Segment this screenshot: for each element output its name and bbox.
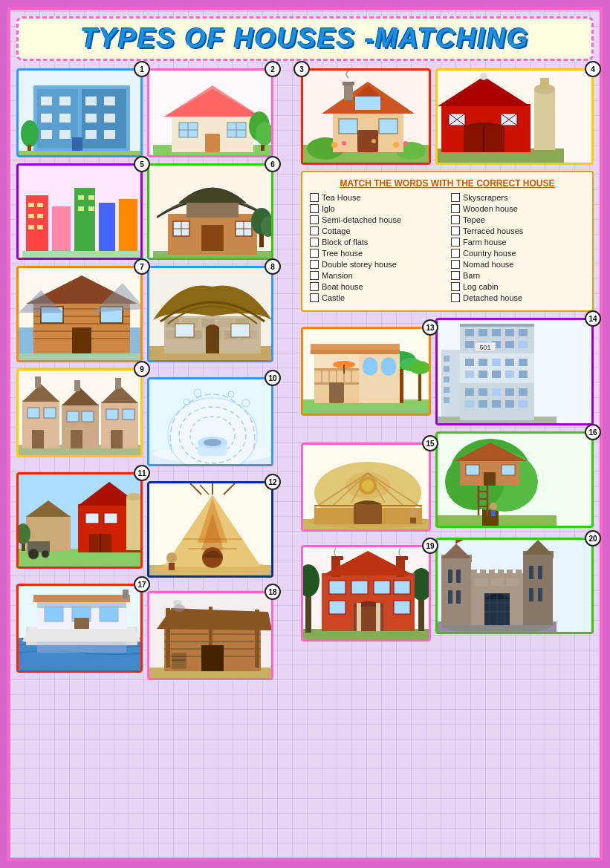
match-label-7: Double storey house [322,260,397,269]
svg-rect-250 [478,359,487,366]
checkbox-r7[interactable] [451,260,460,269]
house-3-img [303,71,431,165]
house-1-img [19,71,143,157]
match-item-10: Castle [310,293,444,302]
svg-rect-368 [491,578,503,586]
match-label-4: Cottage [322,226,351,235]
match-label-8: Mansion [322,271,353,280]
card-12: 12 [147,481,273,578]
svg-rect-13 [85,130,97,139]
svg-rect-11 [41,130,52,139]
svg-rect-271 [460,324,534,327]
svg-rect-367 [475,578,488,586]
checkbox-r8[interactable] [451,271,460,280]
svg-rect-274 [444,366,450,372]
match-item-r10: Detached house [451,293,585,302]
svg-rect-219 [359,351,400,403]
svg-rect-236 [460,324,534,353]
checkbox-7[interactable] [310,260,319,269]
svg-rect-104 [123,409,134,420]
checkbox-r4[interactable] [451,226,460,235]
svg-rect-46 [88,195,94,200]
svg-rect-97 [27,408,39,418]
checkbox-r9[interactable] [451,282,460,291]
match-label-r9: Log cabin [463,282,499,291]
badge-11: 11 [134,465,150,481]
svg-rect-331 [376,603,380,631]
match-label-r7: Nomad house [463,260,514,269]
svg-rect-16 [19,151,143,157]
svg-rect-356 [456,590,461,604]
badge-19: 19 [422,538,438,554]
svg-rect-47 [78,206,84,211]
checkbox-8[interactable] [310,271,319,280]
match-label-3: Semi-detached house [322,215,401,224]
svg-point-150 [166,552,177,563]
match-label-r4: Terraced houses [463,226,523,235]
svg-rect-260 [478,388,487,396]
badge-18: 18 [265,584,281,600]
checkbox-r10[interactable] [451,293,460,302]
svg-rect-43 [28,225,34,229]
match-label-6: Tree house [322,249,363,258]
svg-rect-99 [32,430,44,448]
svg-rect-106 [35,376,41,388]
checkbox-10[interactable] [310,293,319,302]
svg-point-216 [409,361,430,374]
checkbox-6[interactable] [310,249,319,258]
svg-rect-102 [71,430,82,448]
house-18-img [149,593,273,680]
checkbox-r1[interactable] [451,193,460,202]
svg-rect-8 [59,114,71,123]
match-title: MATCH THE WORDS WITH THE CORRECT HOUSE [310,178,585,189]
badge-13: 13 [422,319,438,336]
checkbox-r3[interactable] [451,215,460,224]
svg-rect-220 [363,357,377,376]
svg-point-193 [342,141,346,146]
svg-rect-358 [538,566,542,579]
checkbox-3[interactable] [310,215,319,224]
checkbox-4[interactable] [310,226,319,235]
card-15: 15 [301,443,431,532]
badge-12: 12 [265,474,281,490]
checkbox-2[interactable] [310,204,319,213]
badge-2: 2 [265,61,281,77]
checkbox-5[interactable] [310,238,319,247]
svg-point-118 [194,389,201,397]
svg-marker-371 [456,540,464,544]
badge-17: 17 [134,576,150,593]
badge-6: 6 [265,156,281,172]
match-item-r4: Terraced houses [451,226,585,235]
checkbox-r5[interactable] [451,238,460,247]
svg-point-116 [204,439,221,446]
card-19: 19 [301,545,431,642]
match-item-1: Tea House [310,193,444,202]
svg-rect-32 [261,145,265,151]
svg-rect-259 [465,388,474,396]
match-label-r5: Farm house [463,238,507,247]
svg-rect-98 [44,408,56,418]
svg-rect-309 [484,472,496,486]
checkbox-r2[interactable] [451,204,460,213]
svg-rect-360 [538,588,542,601]
card-14: 14 [435,318,594,425]
svg-marker-352 [523,540,553,555]
svg-rect-37 [99,203,115,251]
svg-rect-273 [444,356,450,362]
svg-rect-369 [506,578,519,586]
svg-rect-35 [52,206,71,251]
svg-rect-185 [355,97,380,110]
svg-rect-268 [519,400,528,408]
checkbox-r6[interactable] [451,249,460,258]
svg-rect-325 [374,581,390,594]
match-label-r10: Detached house [463,293,522,302]
checkbox-1[interactable] [310,193,319,202]
svg-rect-105 [111,430,123,448]
svg-rect-248 [519,341,528,348]
match-item-r3: Tepee [451,215,585,224]
svg-rect-156 [33,595,130,602]
svg-rect-191 [343,82,354,85]
checkbox-9[interactable] [310,282,319,291]
match-item-6: Tree house [310,249,444,258]
svg-rect-108 [115,378,121,389]
